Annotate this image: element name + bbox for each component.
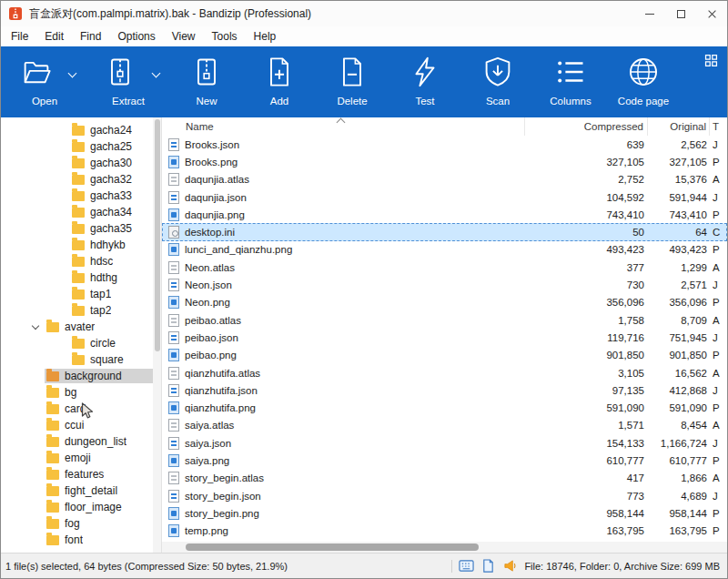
layout-toggle-button[interactable] [703, 53, 719, 68]
filelist-scrollbar-thumb[interactable] [186, 543, 479, 551]
file-type: C [710, 227, 727, 238]
chevron-down-icon[interactable] [32, 322, 39, 330]
folder-item-gacha35[interactable]: gacha35 [1, 220, 161, 237]
file-row-desktop.ini[interactable]: desktop.ini5064C [162, 223, 727, 240]
folder-label: gacha33 [90, 189, 132, 202]
folder-item-gacha24[interactable]: gacha24 [1, 122, 161, 138]
toolbar-code-page-button[interactable]: Code page [607, 54, 680, 117]
file-row-Neon.atlas[interactable]: Neon.atlas3771,299A [162, 259, 727, 276]
folder-label: avater [65, 320, 95, 333]
file-original-size: 2,562 [648, 139, 710, 150]
file-row-story_begin.json[interactable]: story_begin.json7734,689J [162, 487, 727, 504]
folder-item-features[interactable]: features [1, 466, 161, 482]
file-row-saiya.json[interactable]: saiya.json154,1331,166,724J [162, 434, 727, 452]
folder-item-hdsc[interactable]: hdsc [1, 253, 161, 269]
file-row-qianzhutifa.atlas[interactable]: qianzhutifa.atlas3,10516,562A [162, 364, 727, 381]
minimize-button[interactable] [634, 1, 665, 26]
file-row-Brooks.json[interactable]: Brooks.json6392,562J [162, 136, 727, 153]
folder-item-square[interactable]: square [1, 351, 161, 368]
bandizip-app-icon [8, 6, 23, 21]
file-row-daqunjia.json[interactable]: daqunjia.json104,592591,944J [162, 188, 727, 206]
toolbar-test-button[interactable]: Test [389, 54, 461, 117]
file-row-story_begin.png[interactable]: story_begin.png958,144958,144P [162, 504, 727, 522]
menu-edit[interactable]: Edit [36, 28, 72, 45]
folder-item-gacha32[interactable]: gacha32 [1, 171, 161, 188]
announcement-icon [502, 559, 518, 573]
file-row-Neon.json[interactable]: Neon.json7302,571J [162, 276, 727, 293]
maximize-button[interactable] [665, 1, 696, 26]
file-compressed-size: 377 [525, 262, 648, 273]
file-row-story_begin.atlas[interactable]: story_begin.atlas4171,866A [162, 470, 727, 487]
file-row-temp.png[interactable]: temp.png163,795163,795P [162, 523, 727, 540]
file-row-saiya.png[interactable]: saiya.png610,777610,777P [162, 452, 727, 469]
file-row-peibao.png[interactable]: peibao.png901,850901,850P [162, 347, 727, 364]
file-type: P [710, 455, 727, 466]
file-type: J [710, 491, 727, 502]
folder-item-dungeon_list[interactable]: dungeon_list [1, 433, 161, 450]
toolbar-new-button[interactable]: New [170, 54, 243, 117]
toolbar-open-button[interactable]: Open [3, 54, 86, 117]
file-row-daqunjia.png[interactable]: daqunjia.png743,410743,410P [162, 206, 727, 223]
folder-item-tap1[interactable]: tap1 [1, 286, 161, 302]
file-row-Neon.png[interactable]: Neon.png356,096356,096P [162, 294, 727, 311]
column-header-original[interactable]: Original [648, 117, 710, 136]
filelist-horizontal-scrollbar[interactable] [162, 542, 727, 553]
folder-item-font[interactable]: font [1, 532, 161, 548]
file-row-peibao.atlas[interactable]: peibao.atlas1,7588,709A [162, 311, 727, 329]
menu-file[interactable]: File [3, 28, 36, 45]
folder-item-gacha30[interactable]: gacha30 [1, 155, 161, 171]
file-row-qianzhutifa.json[interactable]: qianzhutifa.json97,135412,868J [162, 381, 727, 399]
folder-item-circle[interactable]: circle [1, 335, 161, 351]
folder-item-background[interactable]: background [1, 368, 161, 384]
file-type: J [710, 279, 727, 290]
folder-item-gacha33[interactable]: gacha33 [1, 188, 161, 204]
sort-ascending-icon [337, 118, 346, 127]
column-header-t[interactable]: T [710, 117, 727, 136]
folder-item-ccui[interactable]: ccui [1, 417, 161, 433]
toolbar-add-button[interactable]: Add [243, 54, 316, 117]
file-row-peibao.json[interactable]: peibao.json119,716751,945J [162, 329, 727, 346]
file-row-saiya.atlas[interactable]: saiya.atlas1,5718,454A [162, 417, 727, 434]
toolbar-columns-button[interactable]: Columns [534, 54, 607, 117]
dropdown-chevron-icon[interactable] [68, 69, 77, 78]
toolbar-button-label: Open [32, 96, 57, 107]
folder-item-hdhykb[interactable]: hdhykb [1, 237, 161, 253]
toolbar-scan-button[interactable]: Scan [461, 54, 534, 117]
menu-find[interactable]: Find [72, 28, 109, 45]
column-header-name[interactable]: Name [162, 117, 525, 136]
file-row-daqunjia.atlas[interactable]: daqunjia.atlas2,75215,376A [162, 171, 727, 188]
folder-item-floor_image[interactable]: floor_image [1, 499, 161, 515]
sidebar-vertical-scrollbar[interactable] [153, 117, 161, 553]
dropdown-chevron-icon[interactable] [152, 69, 161, 78]
titlebar[interactable]: 盲盒派对(com.palmpi.matrix).bak - Bandizip (… [1, 1, 727, 26]
file-compressed-size: 773 [525, 491, 648, 502]
column-header-compressed[interactable]: Compressed [525, 117, 648, 136]
folder-item-gacha25[interactable]: gacha25 [1, 138, 161, 155]
folder-item-gacha34[interactable]: gacha34 [1, 204, 161, 220]
folder-item-fog[interactable]: fog [1, 515, 161, 532]
close-button[interactable] [696, 1, 727, 26]
toolbar-extract-button[interactable]: Extract [86, 54, 170, 117]
menu-options[interactable]: Options [109, 28, 163, 45]
folder-item-emoji[interactable]: emoji [1, 450, 161, 466]
file-row-qianzhutifa.png[interactable]: qianzhutifa.png591,090591,090P [162, 399, 727, 416]
file-original-size: 4,689 [648, 491, 710, 502]
folder-item-fight_detail[interactable]: fight_detail [1, 482, 161, 499]
folder-item-tap2[interactable]: tap2 [1, 302, 161, 319]
folder-label: floor_image [65, 501, 122, 513]
menu-view[interactable]: View [164, 28, 204, 45]
menu-tools[interactable]: Tools [204, 28, 246, 45]
file-row-Brooks.png[interactable]: Brooks.png327,105327,105P [162, 153, 727, 170]
folder-item-bg[interactable]: bg [1, 384, 161, 401]
folder-item-hdthg[interactable]: hdthg [1, 269, 161, 286]
toolbar-delete-button[interactable]: Delete [316, 54, 389, 117]
file-row-lunci_and_qianzhu.png[interactable]: lunci_and_qianzhu.png493,423493,423P [162, 241, 727, 259]
sidebar-scrollbar-thumb[interactable] [155, 119, 160, 351]
folder-icon [46, 421, 59, 431]
folder-item-card[interactable]: card [1, 401, 161, 417]
menu-help[interactable]: Help [246, 28, 285, 45]
png-file-icon [168, 349, 179, 361]
file-compressed-size: 3,105 [525, 368, 648, 379]
folder-item-avater[interactable]: avater [1, 319, 161, 335]
file-name: qianzhutifa.png [185, 402, 256, 413]
